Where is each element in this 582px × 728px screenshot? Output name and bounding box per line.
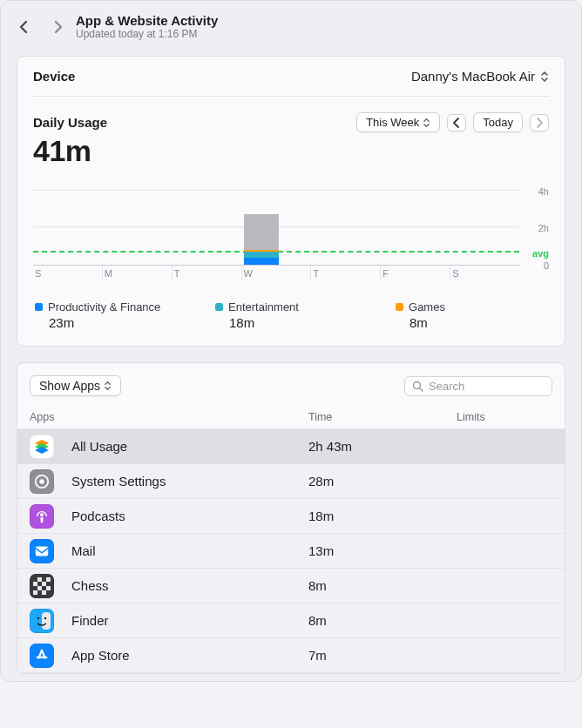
search-field[interactable] [404,376,552,396]
app-row[interactable]: Mail13m [17,534,565,569]
app-time: 18m [308,509,457,523]
app-time: 2h 43m [308,439,457,454]
svg-rect-7 [33,577,37,582]
legend-value: 18m [215,315,396,330]
col-apps[interactable]: Apps [30,411,308,423]
layers-icon [30,435,54,459]
daily-usage-label: Daily Usage [33,115,107,130]
chevron-up-down-icon [423,117,430,129]
svg-rect-5 [36,546,48,556]
svg-rect-11 [33,586,37,590]
app-name: All Usage [71,439,308,454]
appstore-icon [30,644,54,668]
prev-period-button[interactable] [447,114,466,131]
x-axis-label: S [33,266,102,281]
svg-rect-12 [42,586,46,590]
legend-item: Games8m [396,300,549,330]
svg-point-18 [44,617,46,618]
col-limits[interactable]: Limits [457,411,552,423]
x-axis-label: W [241,266,311,281]
app-row[interactable]: System Settings28m [17,464,565,499]
app-name: Podcasts [71,509,308,523]
app-name: App Store [71,648,308,663]
nav-forward-button[interactable] [51,20,65,34]
legend-label: Productivity & Finance [48,300,160,313]
table-header: Apps Time Limits [17,405,565,429]
search-icon [412,381,423,392]
search-input[interactable] [429,380,545,393]
app-name: Finder [71,613,308,628]
range-selector[interactable]: This Week [356,112,440,132]
usage-chart: 02h4havg SMTWTFS [33,179,549,281]
mail-icon [30,539,54,563]
svg-point-17 [37,617,39,618]
daily-usage-total: 41m [33,134,549,168]
app-time: 13m [308,543,457,558]
gear-icon [30,469,54,494]
svg-rect-13 [37,590,42,595]
legend-value: 8m [396,315,549,330]
x-axis-label: T [310,266,380,281]
app-row[interactable]: Finder8m [17,603,565,638]
usage-bar[interactable] [244,214,279,265]
app-row[interactable]: App Store7m [17,638,565,673]
finder-icon [30,609,54,633]
svg-line-1 [420,388,423,391]
legend-label: Games [409,300,445,313]
updated-label: Updated today at 1:16 PM [76,28,218,40]
app-time: 8m [308,578,457,593]
svg-rect-14 [46,590,51,595]
legend-swatch [396,303,403,311]
legend-item: Entertainment18m [215,300,396,330]
app-name: Mail [71,543,308,558]
device-label: Device [33,69,75,84]
nav-back-button[interactable] [17,20,30,34]
svg-rect-8 [42,577,46,582]
page-title: App & Website Activity [76,13,218,28]
usage-panel: Device Danny's MacBook Air Daily Usage T… [17,56,565,347]
app-row[interactable]: All Usage2h 43m [17,429,565,464]
app-time: 8m [308,613,457,628]
legend-swatch [215,303,223,311]
legend-item: Productivity & Finance23m [35,300,215,330]
show-apps-selector[interactable]: Show Apps [30,375,121,396]
chevron-up-down-icon [540,70,549,84]
apps-panel: Show Apps Apps Time Limits All Usage2h 4… [17,362,565,674]
app-name: Chess [71,578,308,593]
today-button[interactable]: Today [473,112,523,132]
podcast-icon [30,504,54,529]
next-period-button[interactable] [530,114,549,131]
x-axis-label: F [380,266,450,281]
svg-rect-16 [42,612,51,630]
legend-label: Entertainment [228,300,299,313]
svg-point-4 [40,513,44,516]
app-row[interactable]: Podcasts18m [17,499,565,534]
x-axis-label: M [102,266,172,281]
legend-value: 23m [35,315,215,330]
device-selector[interactable]: Danny's MacBook Air [411,69,549,84]
chess-icon [30,574,54,598]
legend-swatch [35,303,43,311]
svg-point-3 [39,479,44,483]
x-axis-label: T [172,266,241,281]
app-name: System Settings [71,474,308,489]
chevron-up-down-icon [104,380,112,392]
svg-rect-9 [37,582,42,586]
svg-rect-10 [46,582,51,586]
device-value: Danny's MacBook Air [411,69,535,84]
app-row[interactable]: Chess8m [17,569,565,603]
x-axis-label: S [450,266,519,281]
app-time: 7m [308,648,457,663]
col-time[interactable]: Time [308,411,457,423]
app-time: 28m [308,474,457,489]
